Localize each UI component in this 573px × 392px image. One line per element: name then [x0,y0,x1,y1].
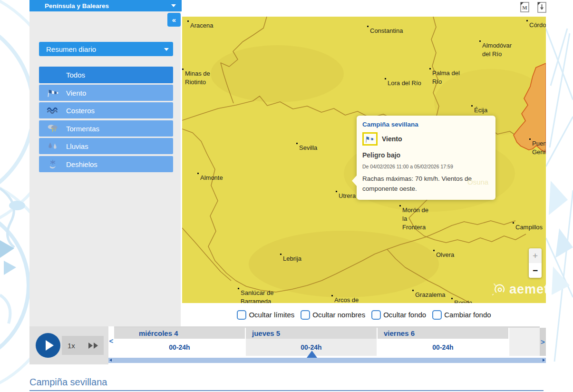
place-dot [433,250,435,251]
place-label-moron-de-la-frontera: Morón delaFrontera [402,206,428,232]
place-dot [336,191,337,192]
timeline-day-miercoles-4[interactable]: miércoles 400-24h [114,328,246,356]
place-dot [529,138,531,140]
filter-todos[interactable]: Todos [39,67,173,83]
region-selector-label: Península y Baleares [45,2,109,10]
filter-label: Tormentas [66,125,99,133]
filter-lluvias[interactable]: Lluvias [39,138,173,154]
map-option-label: Ocultar límites [249,311,294,319]
place-dot [187,20,189,22]
windsock-icon [362,132,378,146]
place-label-palma-del-rio: Palma delRío [432,69,460,86]
fast-forward-icon[interactable] [87,342,100,349]
place-dot [367,26,369,27]
checkbox-icon[interactable] [301,310,310,320]
scrollbar-left-arrow-icon[interactable] [109,359,112,362]
aemet-logo: aemet [492,282,546,297]
map-option-cambiar-fondo[interactable]: Cambiar fondo [432,310,491,320]
filter-deshielos[interactable]: Deshielos [39,156,173,172]
place-label-faded: Osuna [467,178,488,186]
speed-label: 1x [68,342,75,350]
place-label-lora-del-rio: Lora del Río [388,79,421,88]
place-label-sevilla: Sevilla [299,144,317,152]
timeline-position-marker[interactable] [307,351,317,358]
play-button[interactable] [36,333,60,358]
timeline-next-button[interactable]: > [540,328,546,356]
place-label-grazalema: Grazalema [415,291,446,299]
map-option-ocultar-fondo[interactable]: Ocultar fondo [371,310,426,320]
zoom-in-button[interactable]: + [529,248,542,263]
place-dot [182,69,184,70]
timeline-range-label[interactable]: 00-24h [378,339,508,356]
timeline-next-day-partial [509,328,540,356]
filter-label: Costeros [66,107,95,115]
speed-control[interactable]: 1x [62,336,104,355]
place-dot [399,205,401,206]
decorative-left-pattern [0,0,29,392]
timeline-day-label: viernes 6 [378,328,508,339]
filter-label: Viento [66,89,86,97]
tooltip-hazard-name: Viento [382,135,402,143]
timeline-day-viernes-6[interactable]: viernes 600-24h [378,328,509,356]
checkbox-icon[interactable] [237,310,246,320]
download-icon[interactable] [537,2,546,13]
place-label-minas-de-riotinto: Minas deRiotinto [185,69,210,87]
place-dot [471,105,473,107]
place-label-sanlucar-de-barrameda: Sanlúcar deBarrameda [241,289,273,303]
place-label-olvera: Olvera [436,251,454,259]
place-label-cordoba: Córdoba [529,21,546,29]
scrollbar-right-arrow-icon[interactable] [543,359,545,362]
map-document-icon[interactable]: M [520,2,529,12]
tooltip-period: De 04/02/2026 11:00 a 05/02/2026 17:59 [362,164,490,169]
map-option-label: Ocultar nombres [312,311,365,319]
timeline-day-label: jueves 5 [246,328,377,339]
place-label-aracena: Aracena [190,21,213,30]
map-option-label: Ocultar fondo [383,311,426,319]
place-label-almodovar-del-rio: Almodóvardel Río [482,41,512,59]
place-dot [429,68,431,69]
filter-viento[interactable]: Viento [39,85,173,101]
timeline-scrollbar[interactable] [108,358,546,363]
collapse-icon: « [172,16,176,24]
map-zoom-controls: + − [529,248,542,278]
warning-map[interactable]: AracenaConstantinaCórdobaAlmodóvardel Rí… [182,17,546,303]
zoom-out-button[interactable]: − [529,263,542,278]
place-dot [296,143,298,144]
timeline-prev-button[interactable]: < [108,337,114,345]
timeline-range-label[interactable]: 00-24h [114,339,245,356]
storm-icon [47,124,59,133]
region-selector[interactable]: Península y Baleares [29,0,182,11]
place-dot [526,20,528,21]
place-label-lebrija: Lebrija [283,255,301,263]
filter-label: Deshielos [66,160,97,168]
place-label-almonte: Almonte [200,174,223,182]
place-label-ronda: Ronda [454,299,472,303]
place-dot [280,254,282,255]
summary-type-selector[interactable]: Resumen diario [39,42,173,56]
aemet-logo-text: aemet [509,282,546,297]
place-label-arcos-de: Arcos de [334,296,359,303]
footer-divider [29,390,544,391]
svg-text:M: M [522,5,527,10]
rain-icon [47,141,59,151]
filter-tormentas[interactable]: Tormentas [39,120,173,137]
map-option-ocultar-nombres[interactable]: Ocultar nombres [301,310,365,320]
place-label-campillos: Campillos [515,223,543,232]
warning-tooltip: Campiña sevillana Viento Peligro bajo De… [357,116,495,200]
map-option-ocultar-limites[interactable]: Ocultar límites [237,310,294,320]
sidebar-collapse-button[interactable]: « [167,13,181,27]
checkbox-icon[interactable] [371,310,381,320]
chevron-down-icon [171,4,176,7]
checkbox-icon[interactable] [432,310,442,320]
place-label-constantina: Constantina [370,27,403,35]
filter-label: Todos [66,71,85,79]
place-dot [412,290,414,291]
timeline-day-label: miércoles 4 [114,328,245,339]
tooltip-danger-level: Peligro bajo [362,151,490,159]
chevron-down-icon [164,48,169,51]
filter-costeros[interactable]: Costeros [39,102,173,118]
place-dot [385,78,386,79]
windsock-icon [47,88,59,98]
place-dot [479,40,481,42]
place-dot [197,173,199,174]
